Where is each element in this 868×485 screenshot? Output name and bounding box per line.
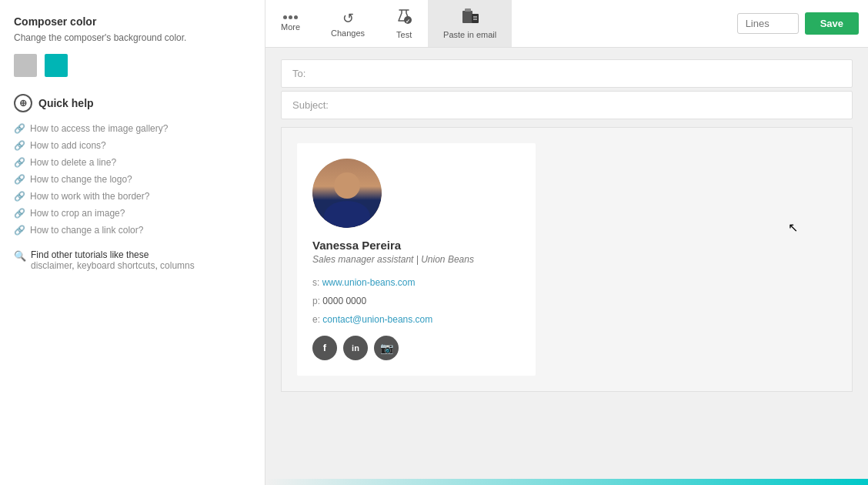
instagram-button[interactable]: 📷	[374, 336, 399, 360]
test-label: Test	[396, 30, 412, 39]
link-icon: 🔗	[14, 191, 25, 202]
phone-value: 0000 0000	[322, 296, 366, 306]
sig-phone: p: 0000 0000	[312, 294, 516, 309]
link-icon: 🔗	[14, 225, 25, 236]
svg-rect-4	[472, 14, 479, 23]
sig-title: Sales manager assistant | Union Beans	[312, 254, 516, 265]
paste-icon	[461, 8, 479, 28]
website-link[interactable]: www.union-beans.com	[322, 277, 416, 288]
swatch-teal[interactable]	[45, 54, 68, 77]
composer-color-title: Composer color	[14, 15, 251, 28]
help-link-crop[interactable]: How to crop an image?	[30, 208, 125, 219]
toolbar: More ↺ Changes ✓ Test	[265, 0, 868, 48]
more-button[interactable]: More	[265, 0, 315, 47]
list-item: 🔗 How to change a link color?	[14, 225, 251, 236]
email-fields: To: Subject:	[281, 59, 853, 119]
more-icon	[283, 15, 298, 21]
cursor-indicator: ↖	[788, 220, 798, 235]
toolbar-right: Save	[728, 0, 868, 47]
phone-label: p:	[312, 296, 320, 306]
main-area: More ↺ Changes ✓ Test	[265, 0, 868, 485]
quick-help-header: ⊕ Quick help	[14, 94, 251, 112]
list-item: 🔗 How to work with the border?	[14, 191, 251, 202]
sig-name: Vanessa Pereira	[312, 239, 516, 252]
sig-website: s: www.union-beans.com	[312, 276, 516, 290]
help-link-logo[interactable]: How to change the logo?	[30, 174, 132, 185]
help-link-icons[interactable]: How to add icons?	[30, 140, 106, 151]
sig-social: f in 📷	[312, 336, 516, 360]
help-link-border[interactable]: How to work with the border?	[30, 191, 149, 202]
linkedin-button[interactable]: in	[343, 336, 368, 360]
swatch-gray[interactable]	[14, 54, 37, 77]
list-item: 🔗 How to crop an image?	[14, 208, 251, 219]
save-button[interactable]: Save	[805, 12, 859, 35]
toolbar-left: More ↺ Changes ✓ Test	[265, 0, 728, 47]
facebook-button[interactable]: f	[312, 336, 337, 360]
help-links: 🔗 How to access the image gallery? 🔗 How…	[14, 123, 251, 236]
quick-help-title: Quick help	[38, 97, 94, 109]
compose-area: To: Subject: Vanessa Pereira Sales manag…	[265, 48, 868, 479]
paste-in-email-button[interactable]: Paste in email	[428, 0, 512, 47]
svg-rect-2	[462, 11, 472, 23]
paste-in-email-label: Paste in email	[443, 30, 496, 39]
list-item: 🔗 How to access the image gallery?	[14, 123, 251, 134]
tutorial-link-columns[interactable]: columns	[160, 260, 195, 271]
find-tutorials-content: Find other tutorials like these disclaim…	[31, 249, 195, 271]
tutorial-link-disclaimer[interactable]: disclaimer	[31, 260, 72, 271]
help-link-gallery[interactable]: How to access the image gallery?	[30, 123, 168, 134]
find-tutorials-links: disclaimer, keyboard shortcuts, columns	[31, 260, 195, 271]
find-tutorials-text: Find other tutorials like these	[31, 249, 149, 260]
bottom-bar	[265, 479, 868, 485]
svg-rect-3	[465, 8, 471, 12]
changes-icon: ↺	[342, 10, 354, 27]
email-link[interactable]: contact@union-beans.com	[322, 314, 432, 325]
search-icon: 🔍	[14, 250, 26, 262]
to-label: To:	[292, 68, 305, 79]
avatar	[312, 159, 382, 228]
composer-color-desc: Change the composer's background color.	[14, 32, 251, 43]
subject-label: Subject:	[292, 99, 329, 111]
list-item: 🔗 How to delete a line?	[14, 157, 251, 168]
website-label: s:	[312, 277, 319, 288]
find-tutorials: 🔍 Find other tutorials like these discla…	[14, 249, 251, 271]
lines-input[interactable]	[737, 13, 799, 34]
email-label: e:	[312, 314, 320, 325]
quick-help-section: ⊕ Quick help 🔗 How to access the image g…	[14, 94, 251, 271]
subject-field[interactable]: Subject:	[281, 91, 853, 119]
avatar-image	[312, 159, 382, 228]
composer-color-section: Composer color Change the composer's bac…	[14, 15, 251, 77]
list-item: 🔗 How to add icons?	[14, 140, 251, 151]
link-icon: 🔗	[14, 174, 25, 185]
help-link-link-color[interactable]: How to change a link color?	[30, 225, 143, 236]
changes-button[interactable]: ↺ Changes	[315, 0, 380, 47]
signature-card: Vanessa Pereira Sales manager assistant …	[297, 143, 536, 376]
to-field[interactable]: To:	[281, 59, 853, 88]
changes-label: Changes	[331, 28, 365, 38]
help-link-delete-line[interactable]: How to delete a line?	[30, 157, 116, 168]
test-button[interactable]: ✓ Test	[380, 0, 428, 47]
svg-text:✓: ✓	[406, 18, 410, 24]
sig-email: e: contact@union-beans.com	[312, 313, 516, 327]
sidebar: Composer color Change the composer's bac…	[0, 0, 265, 485]
test-icon: ✓	[396, 8, 412, 28]
link-icon: 🔗	[14, 140, 25, 151]
link-icon: 🔗	[14, 208, 25, 219]
list-item: 🔗 How to change the logo?	[14, 174, 251, 185]
link-icon: 🔗	[14, 123, 25, 134]
preview-container: Vanessa Pereira Sales manager assistant …	[297, 143, 836, 376]
quick-help-icon: ⊕	[14, 94, 32, 112]
color-swatches	[14, 54, 251, 77]
link-icon: 🔗	[14, 157, 25, 168]
more-label: More	[281, 22, 300, 32]
tutorial-link-shortcuts[interactable]: keyboard shortcuts	[77, 260, 155, 271]
signature-preview-wrapper: Vanessa Pereira Sales manager assistant …	[281, 127, 853, 392]
